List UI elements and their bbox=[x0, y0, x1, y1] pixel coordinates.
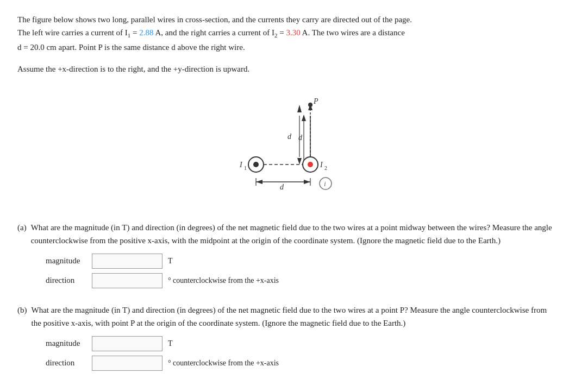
question-b-section: (b) What are the magnitude (in T) and di… bbox=[17, 304, 558, 371]
svg-marker-4 bbox=[302, 115, 306, 121]
magnitude-a-unit: T bbox=[168, 257, 173, 265]
direction-b-input[interactable] bbox=[92, 356, 162, 371]
magnitude-a-label: magnitude bbox=[46, 256, 86, 265]
point-P bbox=[308, 103, 312, 107]
I2-label: I bbox=[320, 161, 323, 169]
direction-a-unit: ° counterclockwise from the +x-axis bbox=[168, 276, 279, 285]
magnitude-b-label: magnitude bbox=[46, 339, 86, 348]
question-a-text: (a) What are the magnitude (in T) and di… bbox=[17, 221, 558, 247]
assume-paragraph: Assume the +x-direction is to the right,… bbox=[17, 62, 558, 75]
question-b-text: (b) What are the magnitude (in T) and di… bbox=[17, 304, 558, 330]
intro-I1-value: 2.88 bbox=[139, 28, 153, 37]
intro-eq1: = bbox=[130, 28, 139, 37]
svg-marker-7 bbox=[304, 180, 310, 184]
intro-eq2: = bbox=[277, 28, 286, 37]
question-b-letter: (b) bbox=[17, 304, 27, 330]
wire-I2-dot bbox=[308, 162, 313, 167]
d-vert-label: d bbox=[298, 134, 303, 142]
intro-line2-pre: The left wire carries a current of I bbox=[17, 28, 128, 37]
I1-subscript: 1 bbox=[244, 165, 247, 171]
physics-diagram: d P I 1 I 2 d bbox=[211, 88, 364, 208]
d-horiz-label: d bbox=[280, 183, 284, 191]
question-a-section: (a) What are the magnitude (in T) and di… bbox=[17, 221, 558, 288]
svg-marker-6 bbox=[256, 180, 262, 184]
question-b-magnitude-row: magnitude T bbox=[46, 336, 558, 351]
intro-line1: The figure below shows two long, paralle… bbox=[17, 15, 412, 24]
direction-a-label: direction bbox=[46, 276, 86, 285]
I1-label: I bbox=[239, 161, 243, 169]
question-a-letter: (a) bbox=[17, 221, 27, 247]
direction-a-input[interactable] bbox=[92, 273, 162, 288]
magnitude-b-input[interactable] bbox=[92, 336, 162, 351]
diagram-container: d P I 1 I 2 d bbox=[17, 88, 558, 208]
intro-mid2: A, and the right carries a current of I bbox=[154, 28, 274, 37]
assume-text: Assume the +x-direction is to the right,… bbox=[17, 65, 249, 73]
wire-I1-dot bbox=[253, 162, 259, 167]
I2-subscript: 2 bbox=[324, 165, 327, 171]
direction-b-unit: ° counterclockwise from the +x-axis bbox=[168, 359, 279, 368]
svg-text:i: i bbox=[324, 180, 326, 188]
intro-line3: d = 20.0 cm apart. Point P is the same d… bbox=[17, 43, 245, 52]
magnitude-a-input[interactable] bbox=[92, 254, 162, 269]
svg-marker-12 bbox=[297, 158, 302, 165]
intro-end: A. The two wires are a distance bbox=[301, 28, 405, 37]
intro-I2-value: 3.30 bbox=[286, 28, 300, 37]
question-b-body: What are the magnitude (in T) and direct… bbox=[32, 304, 558, 330]
P-label: P bbox=[313, 97, 318, 105]
magnitude-b-unit: T bbox=[168, 339, 173, 348]
question-b-direction-row: direction ° counterclockwise from the +x… bbox=[46, 356, 558, 371]
d-label-vert: d bbox=[288, 132, 292, 141]
svg-marker-11 bbox=[297, 105, 302, 112]
direction-b-label: direction bbox=[46, 358, 86, 368]
intro-paragraph: The figure below shows two long, paralle… bbox=[17, 13, 558, 54]
question-a-direction-row: direction ° counterclockwise from the +x… bbox=[46, 273, 558, 288]
question-a-magnitude-row: magnitude T bbox=[46, 254, 558, 269]
question-a-body: What are the magnitude (in T) and direct… bbox=[31, 221, 558, 247]
